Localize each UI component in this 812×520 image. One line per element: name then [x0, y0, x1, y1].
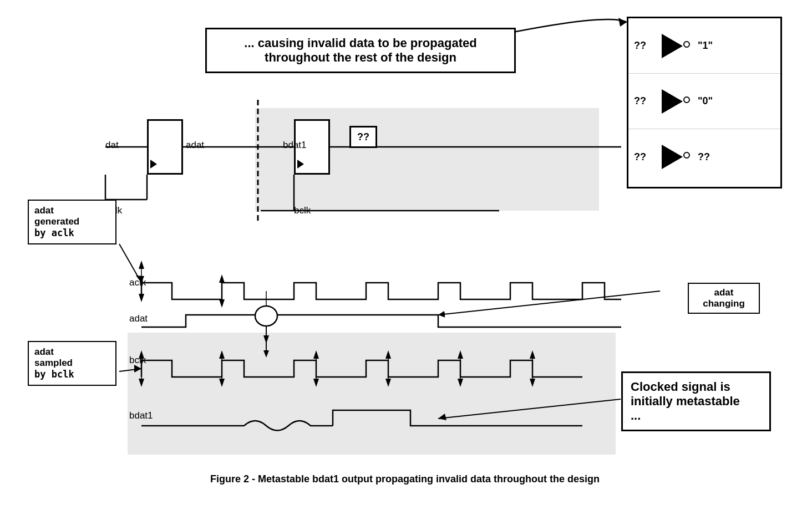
- callout-left-bottom-line2: sampled: [34, 358, 73, 368]
- flip-flop-a: [147, 119, 183, 175]
- buffer-3: [659, 143, 687, 171]
- callout-left-top-line2: generated: [34, 216, 79, 227]
- main-container: ... causing invalid data to be propagate…: [0, 0, 812, 520]
- callout-br-line3: ...: [631, 409, 641, 422]
- svg-marker-25: [219, 274, 225, 283]
- figure-caption: Figure 2 - Metastable bdat1 output propa…: [183, 473, 627, 485]
- label-bclk: bclk: [294, 205, 311, 216]
- label-dat: dat: [105, 140, 119, 151]
- qq-box: ??: [349, 126, 377, 148]
- diagram-area: ... causing invalid data to be propagate…: [22, 11, 788, 493]
- buffer-triangle-3: [662, 145, 683, 169]
- callout-left-bottom-line3: by bclk: [34, 369, 74, 380]
- qq-box-text: ??: [357, 131, 369, 143]
- logic-in-1: ??: [634, 40, 653, 52]
- logic-row-3: ?? ??: [628, 129, 780, 185]
- logic-out-2: "0": [698, 95, 713, 107]
- logic-out-3: ??: [698, 151, 710, 163]
- callout-br-line1: Clocked signal is: [631, 380, 730, 394]
- svg-point-27: [255, 306, 277, 326]
- logic-row-2: ?? "0": [628, 74, 780, 129]
- svg-line-26: [438, 291, 660, 315]
- wave-label-adat: adat: [129, 313, 148, 324]
- label-adat: adat: [186, 140, 204, 151]
- svg-marker-19: [139, 294, 144, 302]
- ff-b-clk-symbol: [297, 160, 304, 169]
- callout-left-top-line3: by aclk: [34, 227, 74, 238]
- callout-left-bottom-line1: adat: [34, 346, 54, 357]
- wave-label-bdat1: bdat1: [129, 410, 153, 421]
- logic-in-3: ??: [634, 151, 653, 163]
- logic-in-2: ??: [634, 95, 653, 107]
- ff-a-clk-symbol: [150, 160, 157, 169]
- buffer-2: [659, 88, 687, 115]
- buffer-circle-2: [683, 96, 690, 103]
- logic-out-1: "1": [698, 40, 713, 52]
- buffer-triangle-2: [662, 89, 683, 114]
- wave-label-aclk: aclk: [129, 277, 146, 288]
- label-bdat1-ff: bdat1: [283, 140, 307, 151]
- logic-row-1: ?? "1": [628, 18, 780, 74]
- callout-bottom-right: Clocked signal is initially metastable .…: [621, 371, 771, 431]
- callout-top-text: ... causing invalid data to be propagate…: [244, 36, 476, 64]
- callout-left-top: adat generated by aclk: [28, 200, 116, 244]
- bclk-waveform-area: [128, 333, 616, 455]
- callout-top: ... causing invalid data to be propagate…: [205, 28, 516, 73]
- buffer-triangle-1: [662, 34, 683, 58]
- logic-block: ?? "1" ?? "0" ??: [627, 17, 782, 188]
- wave-label-bclk: bclk: [129, 355, 146, 366]
- buffer-1: [659, 32, 687, 60]
- svg-marker-17: [618, 18, 627, 27]
- buffer-circle-3: [683, 152, 690, 159]
- adat-changing-text: adat changing: [703, 287, 745, 309]
- adat-changing-box: adat changing: [688, 283, 760, 314]
- callout-left-top-line1: adat: [34, 205, 54, 216]
- svg-marker-23: [219, 299, 225, 308]
- svg-marker-21: [139, 261, 144, 269]
- callout-br-line2: initially metastable: [631, 394, 740, 408]
- buffer-circle-1: [683, 41, 690, 48]
- figure-caption-text: Figure 2 - Metastable bdat1 output propa…: [210, 473, 600, 485]
- callout-left-bottom: adat sampled by bclk: [28, 341, 116, 386]
